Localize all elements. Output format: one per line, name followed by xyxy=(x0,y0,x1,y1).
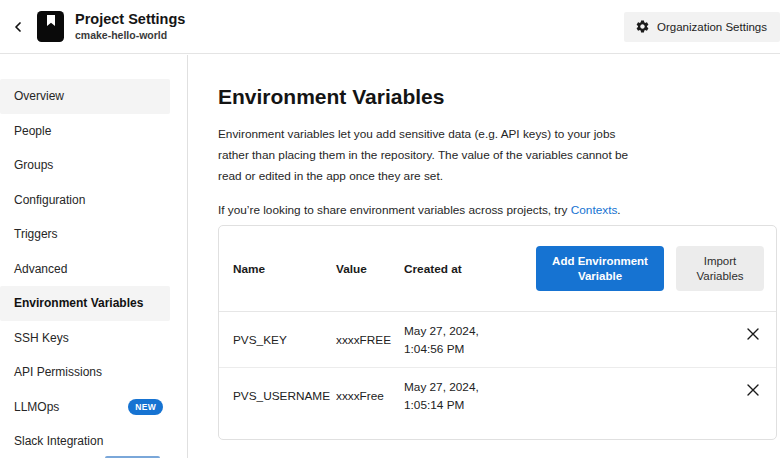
sidebar-item-label: LLMOps xyxy=(14,400,59,414)
add-environment-variable-button[interactable]: Add Environment Variable xyxy=(536,246,664,291)
x-close-icon xyxy=(747,384,759,396)
x-close-icon xyxy=(747,328,759,340)
organization-settings-button[interactable]: Organization Settings xyxy=(624,12,780,42)
table-row: PVS_USERNAME xxxxFree May 27, 2024, 1:05… xyxy=(219,368,776,424)
sidebar-item-triggers[interactable]: Triggers xyxy=(0,217,170,252)
variable-name: PVS_USERNAME xyxy=(233,389,336,403)
column-header-created-at: Created at xyxy=(404,262,522,276)
top-bar: Project Settings cmake-hello-world Organ… xyxy=(0,0,780,54)
sidebar-item-label: Overview xyxy=(14,89,64,103)
variable-created-at: May 27, 2024, 1:04:56 PM xyxy=(404,322,522,358)
sidebar-item-label: Groups xyxy=(14,158,53,172)
project-name: cmake-hello-world xyxy=(75,29,185,42)
sidebar-item-configuration[interactable]: Configuration xyxy=(0,183,170,218)
delete-variable-button[interactable] xyxy=(742,323,764,345)
sidebar-item-people[interactable]: People xyxy=(0,114,170,149)
variable-value: xxxxFree xyxy=(336,389,404,403)
section-heading: Environment Variables xyxy=(218,85,780,109)
sidebar-item-label: SSH Keys xyxy=(14,331,69,345)
sidebar-item-label: Slack Integration xyxy=(14,434,103,448)
main-content: Environment Variables Environment variab… xyxy=(218,55,780,458)
contexts-prefix: If you’re looking to share environment v… xyxy=(218,203,571,217)
sidebar-item-environment-variables[interactable]: Environment Variables xyxy=(0,286,170,321)
sidebar-item-advanced[interactable]: Advanced xyxy=(0,252,170,287)
sidebar-item-label: People xyxy=(14,124,51,138)
contexts-link[interactable]: Contexts xyxy=(571,203,618,217)
sidebar-item-api-permissions[interactable]: API Permissions xyxy=(0,355,170,390)
variable-created-at: May 27, 2024, 1:05:14 PM xyxy=(404,378,522,414)
delete-variable-button[interactable] xyxy=(742,379,764,401)
sidebar-item-overview[interactable]: Overview xyxy=(0,79,170,114)
column-header-name: Name xyxy=(233,262,336,276)
description-text: Environment variables let you add sensit… xyxy=(218,124,646,187)
sidebar-item-label: Environment Variables xyxy=(14,296,143,310)
sidebar-item-label: Configuration xyxy=(14,193,85,207)
environment-variables-card: Name Value Created at Add Environment Va… xyxy=(218,225,777,440)
contexts-sentence: If you’re looking to share environment v… xyxy=(218,200,646,221)
table-row: PVS_KEY xxxxFREE May 27, 2024, 1:04:56 P… xyxy=(219,312,776,368)
page-title: Project Settings xyxy=(75,11,185,28)
table-header-row: Name Value Created at Add Environment Va… xyxy=(219,226,776,312)
new-badge: NEW xyxy=(128,399,163,415)
sidebar-item-llmops[interactable]: LLMOps NEW xyxy=(0,390,170,425)
sidebar-item-groups[interactable]: Groups xyxy=(0,148,170,183)
import-variables-button[interactable]: Import Variables xyxy=(676,246,764,291)
header-title-block: Project Settings cmake-hello-world xyxy=(75,11,185,42)
sidebar-item-slack-integration[interactable]: Slack Integration xyxy=(0,424,170,458)
sidebar-item-ssh-keys[interactable]: SSH Keys xyxy=(0,321,170,356)
chevron-left-icon xyxy=(10,19,26,35)
organization-settings-label: Organization Settings xyxy=(657,21,767,33)
settings-sidebar: Overview People Groups Configuration Tri… xyxy=(0,55,188,458)
project-bookmark-icon xyxy=(37,11,64,42)
column-header-value: Value xyxy=(336,262,404,276)
gear-icon xyxy=(635,19,650,34)
sidebar-item-label: Advanced xyxy=(14,262,67,276)
back-button[interactable] xyxy=(3,12,33,42)
contexts-suffix: . xyxy=(617,203,620,217)
sidebar-item-label: Triggers xyxy=(14,227,58,241)
sidebar-item-label: API Permissions xyxy=(14,365,102,379)
variable-value: xxxxFREE xyxy=(336,333,404,347)
variable-name: PVS_KEY xyxy=(233,333,336,347)
